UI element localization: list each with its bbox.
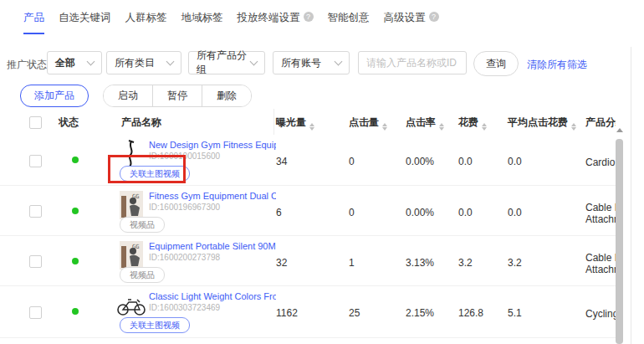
ctr-value: 0.00% [406,156,434,167]
col-ctr: 点击率 [406,116,444,130]
col-label: 曝光量 [276,116,306,128]
avg-cost-value: 5.1 [508,307,522,319]
annotation-red-box [108,155,186,183]
sort-icon[interactable] [382,123,387,131]
tab-custom-keywords[interactable]: 自选关键词 [59,11,111,34]
query-button[interactable]: 查询 [473,51,519,76]
sort-icon[interactable] [309,123,314,131]
col-avg-cost: 平均点击花费 [508,116,576,130]
ctr-value: 0.00% [406,207,434,218]
impressions-value: 34 [276,156,287,167]
avg-cost-value: 3.2 [508,257,522,269]
tab-bar: 产品 自选关键词 人群标签 地域标签 投放终端设置? 智能创意 高级设置? [23,11,439,34]
impressions-value: 6 [276,207,282,218]
card-right-border [631,47,631,344]
svg-text:GG: GG [132,244,139,250]
product-name-link[interactable]: New Design Gym Fitness Equipm... [149,140,276,150]
product-image-bicycle [117,297,146,316]
delete-button[interactable]: 删除 [202,85,251,106]
cost-value: 0.0 [458,156,473,167]
col-clicks: 点击量 [349,116,387,130]
product-promotion-page: 产品 自选关键词 人群标签 地域标签 投放终端设置? 智能创意 高级设置? 推广… [0,0,644,344]
product-group-select[interactable]: 所有产品分组 [188,51,265,74]
tab-label: 产品 [23,11,44,25]
table-header: 状态 产品名称 曝光量 点击量 点击率 花费 平均点击花费 产品分组 [0,109,644,136]
vertical-scrollbar[interactable] [616,139,623,344]
link-main-image-video-button[interactable]: 关联主图视频 [120,317,190,333]
question-circle-icon: ? [304,12,314,22]
ctr-value: 2.15% [406,307,434,319]
row-checkbox[interactable] [29,306,42,319]
tab-label: 地域标签 [181,11,223,25]
impressions-value: 32 [276,257,287,269]
add-product-button[interactable]: 添加产品 [20,85,89,107]
col-impressions: 曝光量 [276,116,314,130]
start-button[interactable]: 启动 [104,85,152,106]
clear-filters-link[interactable]: 清除所有筛选 [527,58,587,72]
col-label: 平均点击花费 [508,116,568,128]
product-image-gym-equipment: GG [120,241,143,270]
clicks-value: 25 [349,307,360,319]
product-image-gym-equipment: GG [120,191,143,219]
avg-cost-value: 0.0 [508,156,522,167]
col-cost: 花费 [458,116,487,130]
tab-terminal-settings[interactable]: 投放终端设置? [238,11,314,34]
product-name-link[interactable]: Fitness Gym Equipment Dual Cabl... [149,191,276,201]
row-checkbox[interactable] [29,155,42,167]
category-select[interactable]: 所有类目 [106,51,181,74]
impressions-value: 1162 [276,307,298,319]
product-name-link[interactable]: Classic Light Weight Colors Front ... [149,291,276,301]
promotion-status-label: 推广状态: [7,58,49,72]
tab-audience-tags[interactable]: 人群标签 [125,11,167,34]
bulk-action-group: 启动 暂停 删除 [103,85,252,107]
table-row: GG Fitness Gym Equipment Dual Cabl... ID… [0,186,644,236]
tab-label: 投放终端设置 [238,11,300,25]
tab-label: 人群标签 [125,11,167,25]
col-label: 点击量 [349,116,379,128]
category-select-value: 所有类目 [115,56,155,70]
cost-value: 126.8 [458,307,483,319]
tab-advanced-settings[interactable]: 高级设置? [384,11,439,34]
product-group-value: Cycling [585,308,618,320]
product-group-select-value: 所有产品分组 [197,49,251,77]
col-product-name: 产品名称 [121,116,161,130]
status-select[interactable]: 全部 [47,51,102,74]
sort-icon[interactable] [571,123,576,131]
tab-region-tags[interactable]: 地域标签 [181,11,223,34]
product-name-link[interactable]: Equipment Portable Silent 90Mm ... [149,241,276,251]
table-row: Classic Light Weight Colors Front ... ID… [0,286,644,338]
chevron-down-icon [166,58,175,66]
clicks-value: 1 [349,257,355,269]
video-product-tag: 视频品 [120,267,165,283]
sort-icon[interactable] [482,123,487,131]
status-dot-active [72,157,79,163]
tab-smart-creative[interactable]: 智能创意 [328,11,370,34]
product-id: ID:1600303723469 [149,303,220,312]
row-checkbox[interactable] [29,205,42,218]
col-label: 花费 [458,116,478,128]
ctr-value: 3.13% [406,257,434,269]
clicks-value: 0 [349,156,355,167]
chevron-down-icon [87,58,95,66]
svg-text:GG: GG [132,193,139,200]
status-dot-active [72,258,79,264]
col-label: 点击率 [406,116,436,128]
table-row: GG Equipment Portable Silent 90Mm ... ID… [0,236,644,286]
chevron-down-icon [335,58,343,66]
account-select[interactable]: 所有账号 [273,51,350,74]
status-dot-active [72,308,79,315]
row-checkbox[interactable] [29,255,42,268]
sort-icon[interactable] [439,123,444,131]
col-status: 状态 [59,116,79,130]
caret-up-icon[interactable] [616,128,623,132]
video-product-tag: 视频品 [120,217,165,233]
question-circle-icon: ? [429,12,439,22]
tab-products[interactable]: 产品 [23,11,44,34]
tab-label: 自选关键词 [59,11,111,25]
pause-button[interactable]: 暂停 [152,85,202,106]
status-dot-active [72,208,79,214]
product-search-input[interactable] [358,51,467,74]
product-id: ID:1600196967300 [149,203,220,212]
select-all-checkbox[interactable] [29,116,42,129]
cost-value: 3.2 [458,257,473,269]
